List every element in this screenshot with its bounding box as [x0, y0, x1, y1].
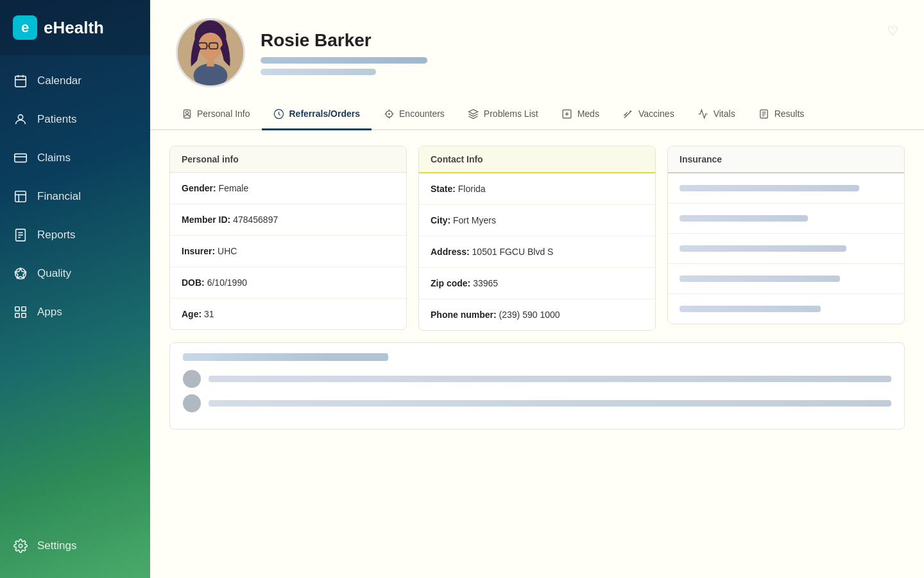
patient-meta-bar1	[261, 57, 427, 64]
patient-header: Rosie Barker ♡	[150, 0, 924, 100]
insurer-value: UHC	[218, 246, 237, 256]
zip-value: 33965	[473, 278, 498, 288]
svg-point-31	[386, 110, 392, 117]
logo-icon: e	[13, 15, 37, 40]
svg-point-29	[185, 111, 188, 114]
gender-label: Gender:	[182, 183, 216, 193]
apps-icon	[13, 304, 28, 320]
sidebar-label-reports: Reports	[37, 229, 76, 241]
city-row: City: Fort Myers	[419, 205, 655, 236]
insurance-card-header: Insurance	[668, 146, 904, 173]
sidebar-item-claims[interactable]: Claims	[0, 139, 150, 177]
sidebar-nav: Calendar Patients Claims Financial	[0, 62, 150, 527]
main-content: Rosie Barker ♡ Personal Info Referrals/O…	[150, 0, 924, 578]
sidebar-item-calendar[interactable]: Calendar	[0, 62, 150, 100]
list-bar-2	[209, 400, 891, 407]
phone-label: Phone number:	[431, 310, 497, 320]
svg-rect-27	[207, 57, 214, 66]
insurance-redacted-3	[680, 245, 846, 252]
personal-info-card-header: Personal info	[170, 146, 406, 173]
encounters-icon	[383, 108, 395, 119]
insurance-row-2	[668, 204, 904, 234]
contact-info-card: Contact Info State: Florida City: Fort M…	[418, 146, 656, 331]
reports-icon	[13, 227, 28, 243]
sidebar-item-settings[interactable]: Settings	[0, 527, 89, 565]
meds-icon	[561, 108, 573, 119]
insurance-row-4	[668, 264, 904, 294]
sidebar-label-patients: Patients	[37, 113, 76, 126]
svg-line-34	[626, 111, 631, 117]
bottom-list-item-1	[183, 370, 891, 388]
zip-row: Zip code: 33965	[419, 268, 655, 299]
phone-value: (239) 590 1000	[499, 310, 560, 320]
sidebar-item-reports[interactable]: Reports	[0, 216, 150, 254]
sidebar-label-settings: Settings	[37, 539, 76, 552]
tab-label-meds: Meds	[578, 109, 599, 119]
svg-rect-16	[22, 307, 26, 311]
app-name: eHealth	[44, 18, 104, 38]
svg-point-19	[19, 544, 22, 548]
calendar-icon	[13, 73, 28, 89]
tab-referrals-orders[interactable]: Referrals/Orders	[262, 100, 372, 130]
dob-label: DOB:	[182, 277, 205, 288]
age-row: Age: 31	[170, 299, 406, 329]
tab-personal-info[interactable]: Personal Info	[169, 100, 262, 130]
svg-rect-18	[22, 313, 26, 317]
sidebar-label-quality: Quality	[37, 267, 71, 280]
city-label: City:	[431, 215, 450, 225]
sidebar-label-financial: Financial	[37, 190, 81, 203]
insurance-row-3	[668, 234, 904, 264]
results-icon	[758, 108, 770, 119]
address-value: 10501 FGCU Blvd S	[472, 247, 554, 257]
claims-icon	[13, 150, 28, 166]
sidebar-item-financial[interactable]: Financial	[0, 177, 150, 216]
member-id-row: Member ID: 478456897	[170, 204, 406, 236]
svg-rect-0	[15, 76, 26, 87]
list-avatar-1	[183, 370, 201, 388]
sidebar: e eHealth Calendar Patients Claims	[0, 0, 150, 578]
insurance-redacted-2	[680, 215, 808, 222]
svg-point-22	[198, 33, 223, 60]
sidebar-item-patients[interactable]: Patients	[0, 100, 150, 139]
state-row: State: Florida	[419, 173, 655, 205]
insurance-redacted-4	[680, 276, 840, 282]
financial-icon	[13, 189, 28, 204]
tab-meds[interactable]: Meds	[550, 100, 611, 130]
logo: e eHealth	[0, 0, 150, 55]
state-label: State:	[431, 184, 456, 194]
patient-avatar	[176, 18, 245, 87]
dob-row: DOB: 6/10/1990	[170, 267, 406, 299]
svg-point-4	[18, 115, 22, 119]
tab-label-vaccines: Vaccines	[638, 109, 674, 119]
sidebar-item-apps[interactable]: Apps	[0, 293, 150, 331]
tab-label-encounters: Encounters	[399, 109, 445, 119]
bottom-title-bar	[183, 353, 388, 361]
patient-tabs: Personal Info Referrals/Orders Encounter…	[150, 100, 924, 130]
settings-icon	[13, 538, 28, 554]
patient-name: Rosie Barker	[261, 30, 871, 51]
tab-results[interactable]: Results	[747, 100, 816, 130]
svg-rect-5	[15, 154, 26, 162]
tab-label-vitals: Vitals	[714, 109, 735, 119]
vitals-icon	[697, 108, 709, 119]
tab-label-referrals: Referrals/Orders	[289, 109, 361, 119]
bottom-section	[169, 342, 905, 430]
sidebar-item-quality[interactable]: Quality	[0, 254, 150, 293]
tab-vaccines[interactable]: Vaccines	[611, 100, 686, 130]
age-label: Age:	[182, 309, 201, 319]
tab-encounters[interactable]: Encounters	[372, 100, 456, 130]
dob-value: 6/10/1990	[207, 277, 247, 288]
tab-problems-list[interactable]: Problems List	[456, 100, 550, 130]
insurer-label: Insurer:	[182, 246, 215, 256]
favorite-button[interactable]: ♡	[887, 23, 898, 39]
quality-icon	[13, 266, 28, 281]
tab-vitals[interactable]: Vitals	[686, 100, 747, 130]
content-area: Personal info Gender: Female Member ID: …	[150, 130, 924, 578]
personal-info-icon	[181, 108, 193, 119]
tab-label-personal-info: Personal Info	[197, 109, 250, 119]
bottom-list-item-2	[183, 394, 891, 412]
state-value: Florida	[458, 184, 486, 194]
sidebar-label-claims: Claims	[37, 152, 71, 164]
contact-info-card-header: Contact Info	[419, 146, 655, 173]
svg-rect-7	[15, 191, 26, 202]
